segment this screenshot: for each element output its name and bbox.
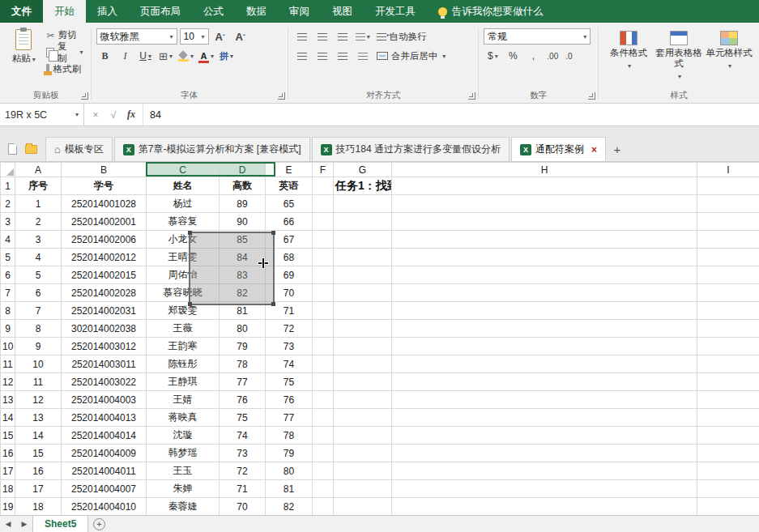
cell-C16[interactable]: 韩梦瑶 (147, 445, 220, 462)
column-header-D[interactable]: D (220, 163, 266, 177)
cell-C18[interactable]: 朱婵 (147, 480, 220, 498)
cell-G1[interactable]: 任务1：找到所有慕容姓的同学。 (334, 177, 392, 195)
cell-C11[interactable]: 陈钰彤 (147, 355, 220, 373)
cell-F19[interactable] (313, 498, 334, 516)
cell-A17[interactable]: 16 (15, 462, 62, 480)
cell-D2[interactable]: 89 (220, 195, 266, 213)
row-header-4[interactable]: 4 (1, 231, 15, 249)
cell-B7[interactable]: 252014002028 (62, 284, 147, 302)
cell-E9[interactable]: 72 (266, 320, 313, 338)
column-header-G[interactable]: G (334, 163, 392, 177)
cell-B11[interactable]: 252014003011 (62, 355, 147, 373)
cell-I8[interactable] (697, 302, 759, 320)
cell-F13[interactable] (313, 391, 334, 409)
row-header-13[interactable]: 13 (1, 391, 15, 409)
cell-E3[interactable]: 66 (266, 213, 313, 231)
cell-G9[interactable] (334, 320, 392, 338)
row-header-3[interactable]: 3 (1, 213, 15, 231)
tab-view[interactable]: 视图 (321, 0, 364, 23)
cell-B4[interactable]: 252014002006 (62, 231, 147, 249)
cell-A14[interactable]: 13 (15, 409, 62, 427)
cell-H15[interactable] (392, 427, 697, 445)
cell-H9[interactable] (392, 320, 697, 338)
cell-F3[interactable] (313, 213, 334, 231)
column-header-C[interactable]: C (147, 163, 220, 177)
row-header-11[interactable]: 11 (1, 355, 15, 373)
row-header-19[interactable]: 19 (1, 498, 15, 516)
percent-style-button[interactable]: % (504, 48, 522, 64)
cell-C19[interactable]: 秦蓉婕 (147, 498, 220, 516)
cell-D16[interactable]: 73 (220, 445, 266, 462)
align-left-button[interactable] (293, 48, 311, 64)
cell-C10[interactable]: 王韵寒 (147, 338, 220, 355)
cell-D9[interactable]: 80 (220, 320, 266, 338)
cell-D1[interactable]: 高数 (220, 177, 266, 195)
doc-tab-template-zone[interactable]: 模板专区 (45, 137, 113, 161)
cell-E19[interactable]: 82 (266, 498, 313, 516)
cell-H4[interactable] (392, 231, 697, 249)
cell-G17[interactable] (334, 462, 392, 480)
cell-I16[interactable] (697, 445, 759, 462)
name-box[interactable]: 19R x 5C (0, 104, 84, 126)
cell-F14[interactable] (313, 409, 334, 427)
cell-G10[interactable] (334, 338, 392, 355)
row-header-12[interactable]: 12 (1, 373, 15, 391)
cell-G19[interactable] (334, 498, 392, 516)
row-header-15[interactable]: 15 (1, 427, 15, 445)
cell-F1[interactable] (313, 177, 334, 195)
cell-B19[interactable]: 252014004010 (62, 498, 147, 516)
cell-A4[interactable]: 3 (15, 231, 62, 249)
cell-A12[interactable]: 11 (15, 373, 62, 391)
cell-E14[interactable]: 77 (266, 409, 313, 427)
cell-I14[interactable] (697, 409, 759, 427)
row-header-1[interactable]: 1 (1, 177, 15, 195)
cell-A11[interactable]: 10 (15, 355, 62, 373)
format-as-table-button[interactable]: 套用表格格式 (654, 27, 704, 82)
cell-I3[interactable] (697, 213, 759, 231)
column-header-A[interactable]: A (15, 163, 62, 177)
drag-selection-box[interactable] (189, 232, 275, 305)
align-center-button[interactable] (313, 48, 331, 64)
row-header-7[interactable]: 7 (1, 284, 15, 302)
font-size-select[interactable]: 10 (180, 28, 209, 45)
cell-G11[interactable] (334, 355, 392, 373)
cell-H12[interactable] (392, 373, 697, 391)
sheet-tab-sheet5[interactable]: Sheet5 (32, 516, 88, 532)
cell-F6[interactable] (313, 266, 334, 284)
merge-center-button[interactable]: 合并后居中 (374, 48, 449, 65)
row-header-2[interactable]: 2 (1, 195, 15, 213)
cell-B6[interactable]: 252014002015 (62, 266, 147, 284)
cell-B2[interactable]: 252014001028 (62, 195, 147, 213)
new-doc-tab-button[interactable]: + (608, 137, 627, 161)
cell-D19[interactable]: 70 (220, 498, 266, 516)
cell-A10[interactable]: 9 (15, 338, 62, 355)
doc-tab-chapter7[interactable]: X 第7章-模拟运算分析和方案 [兼容模式] (114, 137, 310, 161)
column-header-F[interactable]: F (313, 163, 334, 177)
font-name-select[interactable]: 微软雅黑 (96, 28, 177, 45)
cell-E12[interactable]: 75 (266, 373, 313, 391)
column-header-H[interactable]: H (392, 163, 697, 177)
cell-D14[interactable]: 75 (220, 409, 266, 427)
cell-I2[interactable] (697, 195, 759, 213)
cell-G6[interactable] (334, 266, 392, 284)
tab-insert[interactable]: 插入 (86, 0, 129, 23)
cell-I13[interactable] (697, 391, 759, 409)
cell-F16[interactable] (313, 445, 334, 462)
cell-F12[interactable] (313, 373, 334, 391)
conditional-formatting-button[interactable]: 条件格式 (603, 27, 654, 82)
row-header-18[interactable]: 18 (1, 480, 15, 498)
cell-C9[interactable]: 王薇 (147, 320, 220, 338)
cell-G3[interactable] (334, 213, 392, 231)
add-sheet-button[interactable]: + (88, 516, 109, 532)
cell-F9[interactable] (313, 320, 334, 338)
cell-C13[interactable]: 王婧 (147, 391, 220, 409)
next-sheet-button[interactable]: ▶ (16, 516, 32, 532)
tab-home[interactable]: 开始 (43, 0, 86, 23)
cell-G16[interactable] (334, 445, 392, 462)
bold-button[interactable]: B (96, 48, 114, 64)
cell-C17[interactable]: 王玉 (147, 462, 220, 480)
cell-F8[interactable] (313, 302, 334, 320)
cell-H10[interactable] (392, 338, 697, 355)
cell-styles-button[interactable]: 单元格样式 (704, 27, 754, 82)
tab-file[interactable]: 文件 (0, 0, 43, 23)
